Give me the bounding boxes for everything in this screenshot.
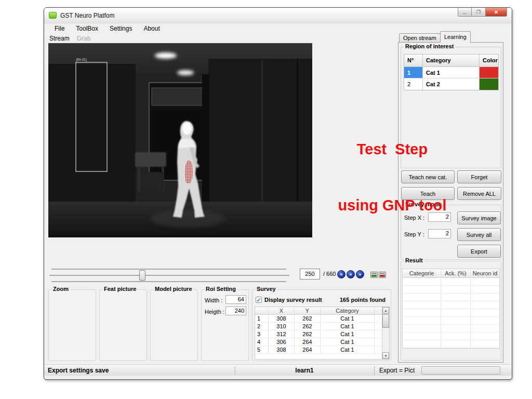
result-cell: [403, 317, 441, 324]
menu-toolbox[interactable]: ToolBox: [71, 24, 104, 33]
survey-header-index: [255, 307, 269, 314]
slide-page: GST Neuro Platfom — ❐ ✕ File ToolBox Set…: [0, 0, 532, 399]
roi-setting-title: Roi Setting: [204, 286, 237, 292]
zoom-group-title: Zoom: [51, 286, 70, 292]
ceiling-light-2: [177, 70, 194, 75]
survey-group-title: Survey: [255, 286, 277, 292]
result-cell: [471, 340, 499, 348]
status-learn-label: learn1: [235, 367, 374, 374]
result-cell: [441, 286, 471, 293]
frame-total-label: / 660: [323, 271, 336, 277]
result-table-header: Categorie Ack. (%) Neuron id: [403, 269, 499, 278]
display-mode-red-button[interactable]: [379, 272, 386, 278]
color-swatch-green: [480, 78, 498, 90]
slider-track[interactable]: [49, 275, 289, 276]
result-title: Result: [404, 257, 424, 263]
result-header-neuron: Neuron id: [471, 269, 499, 277]
thermal-scene-svg: (84-41): [48, 43, 312, 237]
result-cell: [471, 325, 499, 332]
annotation-line-2: using GNP tool: [304, 196, 481, 215]
survey-row[interactable]: 5308264Cat 1: [255, 346, 389, 354]
width-input[interactable]: 64: [225, 295, 246, 304]
app-window: GST Neuro Platfom — ❐ ✕ File ToolBox Set…: [44, 7, 512, 380]
survey-cell: 262: [295, 315, 321, 322]
minimize-icon: —: [463, 11, 467, 16]
result-cell: [471, 301, 499, 309]
region-of-interest-title: Region of interest: [404, 43, 456, 49]
result-row-empty: [403, 340, 499, 348]
category-color-cell: [480, 78, 498, 90]
survey-row[interactable]: 3312262Cat 1: [255, 330, 389, 338]
display-mode-green-button[interactable]: [370, 272, 378, 278]
survey-cell: Cat 1: [321, 315, 375, 322]
height-input[interactable]: 240: [225, 307, 246, 315]
title-bar: GST Neuro Platfom — ❐ ✕: [44, 8, 512, 23]
maximize-button[interactable]: ❐: [472, 8, 486, 17]
survey-cell: Cat 1: [321, 330, 375, 338]
frame-slider-thumb[interactable]: [139, 270, 145, 281]
survey-cell: 2: [255, 323, 269, 330]
toolbar-grab: Grab: [75, 34, 96, 43]
survey-cell: Cat 1: [321, 346, 375, 353]
category-table-header: N° Category Color: [404, 55, 498, 67]
height-label: Heigth :: [205, 309, 224, 315]
result-cell: [403, 332, 441, 340]
minimize-button[interactable]: —: [458, 8, 472, 17]
result-row-empty: [403, 309, 499, 317]
status-bar: Export settings save learn1 Export = Pic…: [44, 364, 512, 376]
window-title: GST Neuro Platfom: [60, 12, 114, 19]
tab-open-stream[interactable]: Open stream: [399, 33, 441, 43]
model-picture-group: Model picture: [150, 289, 198, 361]
survey-table-scrollbar[interactable]: ▲ ▼: [382, 307, 389, 359]
result-cell: [403, 294, 441, 301]
roi-setting-group: Roi Setting Width : 64 Heigth : 240: [201, 289, 249, 361]
result-cell: [441, 294, 471, 301]
tab-learning[interactable]: Learning: [440, 31, 471, 43]
floor-light-pool: [150, 210, 225, 228]
survey-cell: 308: [269, 346, 295, 353]
result-cell: [403, 286, 441, 293]
screen-icon: [371, 273, 377, 274]
category-header-color: Color: [480, 55, 498, 66]
result-cell: [403, 309, 441, 316]
result-cell: [471, 294, 499, 301]
category-row-2[interactable]: 2 Cat 2: [404, 78, 498, 90]
rewind-icon: «: [338, 271, 345, 278]
survey-row[interactable]: 2310262Cat 1: [255, 323, 389, 330]
result-cell: [471, 317, 499, 324]
survey-row[interactable]: 4306264Cat 1: [255, 338, 389, 346]
survey-cell: 262: [295, 330, 321, 338]
model-picture-title: Model picture: [153, 286, 194, 292]
result-cell: [441, 325, 471, 332]
survey-group: Survey ✓ Display survey result 165 point…: [252, 289, 391, 361]
menu-file[interactable]: File: [49, 24, 71, 33]
survey-cell: 308: [269, 315, 295, 322]
toolbar-stream[interactable]: Stream: [47, 34, 75, 43]
survey-cell: 3: [255, 330, 269, 338]
maximize-icon: ❐: [476, 9, 481, 15]
thermal-image-viewer[interactable]: (84-41): [48, 43, 312, 237]
menu-about[interactable]: About: [138, 24, 166, 33]
scroll-up-icon[interactable]: ▲: [382, 307, 389, 314]
frame-number-input[interactable]: 250: [300, 269, 320, 280]
close-icon: ✕: [494, 9, 498, 15]
zoom-group: Zoom: [48, 289, 96, 361]
display-survey-checkbox[interactable]: ✓: [256, 297, 262, 303]
fast-forward-icon: »: [347, 271, 354, 278]
survey-cell: 264: [295, 346, 321, 353]
scroll-down-icon[interactable]: ▼: [382, 352, 389, 359]
survey-cell: 264: [295, 338, 321, 345]
rewind-button[interactable]: «: [337, 270, 345, 278]
category-row-1[interactable]: 1 Cat 1: [404, 67, 498, 78]
status-separator: [374, 366, 375, 375]
play-button[interactable]: ▼: [356, 270, 364, 278]
category-header-n: N°: [404, 55, 423, 66]
display-survey-label: Display survey result: [264, 297, 322, 303]
category-name: Cat 1: [423, 67, 480, 78]
survey-cell: 262: [295, 323, 321, 330]
scrollbar-thumb[interactable]: [382, 314, 389, 328]
close-button[interactable]: ✕: [486, 8, 507, 17]
menu-settings[interactable]: Settings: [104, 24, 138, 33]
fast-forward-button[interactable]: »: [347, 270, 355, 278]
survey-row[interactable]: 1308262Cat 1: [255, 315, 389, 323]
